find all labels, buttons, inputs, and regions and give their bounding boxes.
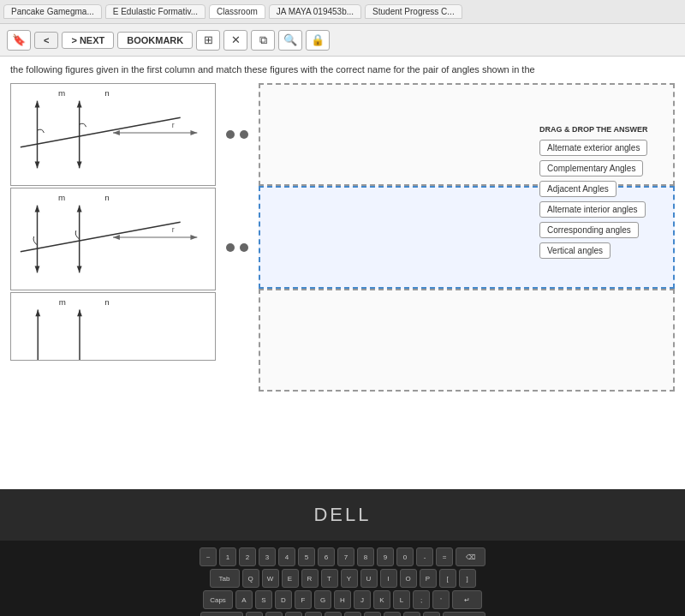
key-o[interactable]: O bbox=[400, 569, 417, 588]
keyboard-row-1: ~ 1 2 3 4 5 6 7 8 9 0 - = ⌫ bbox=[0, 547, 685, 566]
key-bracket-close[interactable]: ] bbox=[459, 569, 476, 588]
svg-marker-11 bbox=[190, 130, 197, 135]
svg-marker-21 bbox=[35, 266, 40, 273]
key-p[interactable]: P bbox=[420, 569, 437, 588]
grid-icon-button[interactable]: ⊞ bbox=[196, 30, 220, 51]
key-j[interactable]: J bbox=[354, 590, 371, 609]
key-w[interactable]: W bbox=[262, 569, 279, 588]
svg-text:m: m bbox=[58, 193, 65, 202]
key-tab[interactable]: Tab bbox=[210, 569, 240, 588]
layout-icon-button[interactable]: ⧉ bbox=[251, 30, 275, 51]
key-d[interactable]: D bbox=[275, 590, 292, 609]
key-n[interactable]: N bbox=[344, 612, 361, 616]
key-u[interactable]: U bbox=[360, 569, 378, 588]
key-7[interactable]: 7 bbox=[337, 547, 354, 566]
key-minus[interactable]: - bbox=[416, 547, 433, 566]
content-area: the following figures given in the first… bbox=[0, 57, 685, 489]
key-4[interactable]: 4 bbox=[278, 547, 295, 566]
back-button[interactable]: < bbox=[34, 32, 58, 49]
search-icon-button[interactable]: 🔍 bbox=[278, 30, 302, 51]
figures-column: m n r bbox=[10, 83, 216, 470]
close-icon-button[interactable]: ✕ bbox=[223, 30, 247, 51]
key-tilde[interactable]: ~ bbox=[200, 547, 217, 566]
key-semicolon[interactable]: ; bbox=[413, 590, 430, 609]
drop-zone-3[interactable] bbox=[259, 289, 675, 392]
svg-marker-12 bbox=[113, 130, 120, 135]
instruction-text: the following figures given in the first… bbox=[0, 57, 685, 80]
svg-text:m: m bbox=[59, 297, 66, 307]
key-caps[interactable]: Caps bbox=[203, 590, 233, 609]
key-r[interactable]: R bbox=[301, 569, 319, 588]
key-m[interactable]: M bbox=[364, 612, 381, 616]
key-l[interactable]: L bbox=[393, 590, 410, 609]
tab-student-progress[interactable]: Student Progress C... bbox=[365, 4, 462, 19]
dot-right-1 bbox=[240, 130, 248, 139]
key-x[interactable]: X bbox=[265, 612, 283, 616]
key-h[interactable]: H bbox=[334, 590, 351, 609]
key-0[interactable]: 0 bbox=[396, 547, 414, 566]
figure-box-1: m n r bbox=[10, 83, 216, 186]
svg-text:n: n bbox=[104, 193, 109, 202]
tab-ja-maya[interactable]: JA MAYA 019453b... bbox=[269, 4, 361, 19]
dot-pair-1 bbox=[226, 130, 248, 139]
key-2[interactable]: 2 bbox=[239, 547, 256, 566]
lock-icon-button[interactable]: 🔒 bbox=[306, 30, 330, 51]
key-f[interactable]: F bbox=[295, 590, 312, 609]
answers-panel: DRAG & DROP THE ANSWER Alternate exterio… bbox=[539, 125, 676, 262]
answer-chip-4[interactable]: Corresponding angles bbox=[539, 222, 639, 238]
tab-edulastic[interactable]: E Edulastic Formativ... bbox=[105, 4, 206, 19]
key-quote[interactable]: ' bbox=[432, 590, 450, 609]
svg-marker-22 bbox=[77, 266, 82, 273]
key-e[interactable]: E bbox=[282, 569, 299, 588]
key-shift-left[interactable]: Shift bbox=[200, 612, 243, 616]
bookmark-button[interactable]: BOOKMARK bbox=[117, 32, 193, 49]
svg-marker-31 bbox=[77, 310, 82, 317]
answers-panel-title: DRAG & DROP THE ANSWER bbox=[539, 125, 676, 134]
key-3[interactable]: 3 bbox=[259, 547, 276, 566]
svg-text:r: r bbox=[172, 226, 175, 235]
answer-chip-2[interactable]: Adjacent Angles bbox=[539, 181, 616, 197]
next-button[interactable]: > NEXT bbox=[62, 32, 114, 49]
key-enter[interactable]: ↵ bbox=[452, 590, 482, 609]
answer-chip-1[interactable]: Complementary Angles bbox=[539, 160, 643, 176]
key-equals[interactable]: = bbox=[436, 547, 453, 566]
key-8[interactable]: 8 bbox=[357, 547, 374, 566]
keyboard-row-2: Tab Q W E R T Y U I O P [ ] bbox=[0, 569, 685, 588]
tab-classroom[interactable]: Classroom bbox=[209, 4, 265, 19]
key-t[interactable]: T bbox=[321, 569, 338, 588]
key-backspace[interactable]: ⌫ bbox=[456, 547, 485, 566]
key-y[interactable]: Y bbox=[341, 569, 358, 588]
bookmark-flag-icon[interactable]: 🔖 bbox=[7, 30, 31, 51]
key-bracket-open[interactable]: [ bbox=[439, 569, 456, 588]
answer-chip-0[interactable]: Alternate exterior angles bbox=[539, 140, 647, 156]
key-c[interactable]: C bbox=[285, 612, 302, 616]
key-slash[interactable]: / bbox=[423, 612, 440, 616]
key-s[interactable]: S bbox=[255, 590, 272, 609]
key-1[interactable]: 1 bbox=[219, 547, 236, 566]
key-k[interactable]: K bbox=[373, 590, 390, 609]
key-a[interactable]: A bbox=[235, 590, 253, 609]
tab-bar: Pancake Gamegma... E Edulastic Formativ.… bbox=[0, 0, 685, 24]
key-comma[interactable]: , bbox=[384, 612, 401, 616]
key-9[interactable]: 9 bbox=[377, 547, 394, 566]
svg-text:n: n bbox=[104, 88, 109, 98]
key-5[interactable]: 5 bbox=[298, 547, 315, 566]
dot-left-1 bbox=[226, 130, 235, 139]
key-i[interactable]: I bbox=[380, 569, 397, 588]
toolbar: 🔖 < > NEXT BOOKMARK ⊞ ✕ ⧉ 🔍 🔒 bbox=[0, 24, 685, 57]
key-v[interactable]: V bbox=[305, 612, 322, 616]
dot-right-2 bbox=[240, 243, 248, 252]
key-shift-right[interactable]: Shift bbox=[443, 612, 485, 616]
key-g[interactable]: G bbox=[314, 590, 331, 609]
key-z[interactable]: Z bbox=[246, 612, 263, 616]
tab-pancake[interactable]: Pancake Gamegma... bbox=[3, 4, 102, 19]
dot-left-2 bbox=[226, 243, 235, 252]
keyboard-row-4: Shift Z X C V B N M , . / Shift bbox=[0, 612, 685, 616]
key-period[interactable]: . bbox=[403, 612, 420, 616]
answer-chip-3[interactable]: Alternate interior angles bbox=[539, 201, 646, 218]
key-q[interactable]: Q bbox=[242, 569, 259, 588]
answer-chip-5[interactable]: Vertical angles bbox=[539, 242, 611, 259]
svg-text:m: m bbox=[58, 88, 65, 98]
key-6[interactable]: 6 bbox=[318, 547, 335, 566]
key-b[interactable]: B bbox=[325, 612, 342, 616]
